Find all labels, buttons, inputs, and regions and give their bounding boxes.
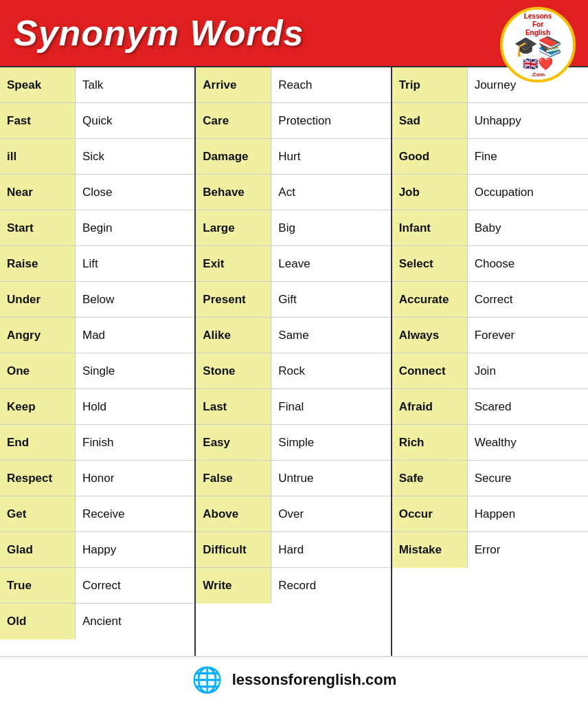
table-row: SpeakTalk: [0, 67, 194, 103]
synonym-cell: Scared: [468, 389, 588, 424]
table-row: OccurHappen: [392, 496, 588, 532]
synonym-cell: Lift: [76, 246, 194, 281]
table-row: ArriveReach: [196, 67, 390, 103]
word-cell: Present: [196, 282, 271, 317]
synonym-cell: Correct: [76, 568, 194, 603]
word-cell: Job: [392, 175, 468, 210]
table-row: RichWealthy: [392, 425, 588, 461]
synonym-cell: Record: [271, 568, 390, 604]
table-row: CareProtection: [196, 103, 390, 139]
word-cell: Above: [196, 496, 271, 531]
header: Synonym Words LessonsForEnglish 🎓📚 🇬🇧❤️ …: [0, 0, 588, 66]
table-row: LastFinal: [196, 389, 390, 425]
synonym-cell: Single: [76, 353, 194, 388]
table-row: MistakeError: [392, 532, 588, 568]
synonym-cell: Secure: [468, 461, 588, 496]
table-row: DifficultHard: [196, 532, 390, 568]
word-cell: Infant: [392, 210, 468, 245]
word-cell: True: [0, 568, 76, 603]
table-row: SadUnhappy: [392, 103, 588, 139]
table-row: OneSingle: [0, 353, 194, 389]
synonym-cell: Reach: [271, 67, 390, 102]
synonym-cell: Forever: [468, 318, 588, 353]
word-cell: Damage: [196, 139, 271, 174]
table-row: AfraidScared: [392, 389, 588, 425]
table-row: BehaveAct: [196, 175, 390, 210]
footer: 🌐 lessonsforenglish.com: [0, 656, 588, 704]
table-row: GetReceive: [0, 496, 194, 532]
table-row: OldAncient: [0, 604, 194, 639]
table-row: AngryMad: [0, 318, 194, 353]
synonym-cell: Final: [271, 389, 390, 424]
word-cell: Near: [0, 175, 76, 210]
word-cell: Accurate: [392, 282, 468, 317]
synonym-cell: Occupation: [468, 175, 588, 210]
main-content: SpeakTalkFastQuickillSickNearCloseStartB…: [0, 66, 588, 656]
synonym-cell: Error: [468, 532, 588, 568]
word-cell: Afraid: [392, 389, 468, 424]
word-cell: Sad: [392, 103, 468, 138]
synonym-cell: Happy: [76, 532, 194, 567]
synonym-cell: Hard: [271, 532, 390, 567]
word-cell: False: [196, 461, 271, 496]
table-row: FastQuick: [0, 103, 194, 139]
word-cell: Write: [196, 568, 271, 604]
word-cell: Keep: [0, 389, 76, 424]
table-row: GoodFine: [392, 139, 588, 175]
synonym-cell: Honor: [76, 461, 194, 496]
word-cell: Angry: [0, 318, 76, 353]
table-row: AlwaysForever: [392, 318, 588, 353]
table-row: RespectHonor: [0, 461, 194, 496]
table-row: ExitLeave: [196, 246, 390, 282]
table-row: KeepHold: [0, 389, 194, 425]
word-cell: Speak: [0, 67, 76, 102]
table-row: illSick: [0, 139, 194, 175]
synonym-cell: Protection: [271, 103, 390, 138]
synonym-cell: Begin: [76, 210, 194, 245]
word-cell: Occur: [392, 496, 468, 531]
synonym-cell: Choose: [468, 246, 588, 281]
word-cell: Select: [392, 246, 468, 281]
synonym-cell: Hold: [76, 389, 194, 424]
word-cell: Glad: [0, 532, 76, 567]
table-row: PresentGift: [196, 282, 390, 318]
synonym-cell: Same: [271, 318, 390, 353]
synonym-cell: Over: [271, 496, 390, 531]
word-cell: ill: [0, 139, 76, 174]
table-row: NearClose: [0, 175, 194, 210]
synonym-cell: Mad: [76, 318, 194, 353]
logo-flag-icon: 🇬🇧❤️: [523, 56, 553, 72]
table-row: DamageHurt: [196, 139, 390, 175]
table-row: StoneRock: [196, 353, 390, 389]
word-cell: End: [0, 425, 76, 460]
table-row: RaiseLift: [0, 246, 194, 282]
word-cell: Trip: [392, 67, 468, 102]
synonym-cell: Receive: [76, 496, 194, 531]
table-row: LargeBig: [196, 210, 390, 246]
table-row: UnderBelow: [0, 282, 194, 318]
word-cell: Large: [196, 210, 271, 245]
table-row: AccurateCorrect: [392, 282, 588, 318]
word-cell: Always: [392, 318, 468, 353]
synonym-cell: Leave: [271, 246, 390, 281]
table-row: InfantBaby: [392, 210, 588, 246]
table-row: EndFinish: [0, 425, 194, 461]
page-title: Synonym Words: [14, 12, 304, 54]
synonym-cell: Ancient: [76, 604, 194, 639]
table-row: SafeSecure: [392, 461, 588, 496]
synonym-cell: Act: [271, 175, 390, 210]
word-cell: Raise: [0, 246, 76, 281]
word-cell: Alike: [196, 318, 271, 353]
synonym-cell: Join: [468, 353, 588, 388]
synonym-table: SpeakTalkFastQuickillSickNearCloseStartB…: [0, 66, 588, 656]
table-row: FalseUntrue: [196, 461, 390, 496]
synonym-cell: Wealthy: [468, 425, 588, 460]
synonym-cell: Hurt: [271, 139, 390, 174]
logo-books-icon: 🎓📚: [514, 37, 562, 56]
table-row: ConnectJoin: [392, 353, 588, 389]
synonym-cell: Big: [271, 210, 390, 245]
word-cell: Mistake: [392, 532, 468, 568]
column-3: TripJourneySadUnhappyGoodFineJobOccupati…: [392, 67, 588, 656]
word-cell: Get: [0, 496, 76, 531]
word-cell: Exit: [196, 246, 271, 281]
